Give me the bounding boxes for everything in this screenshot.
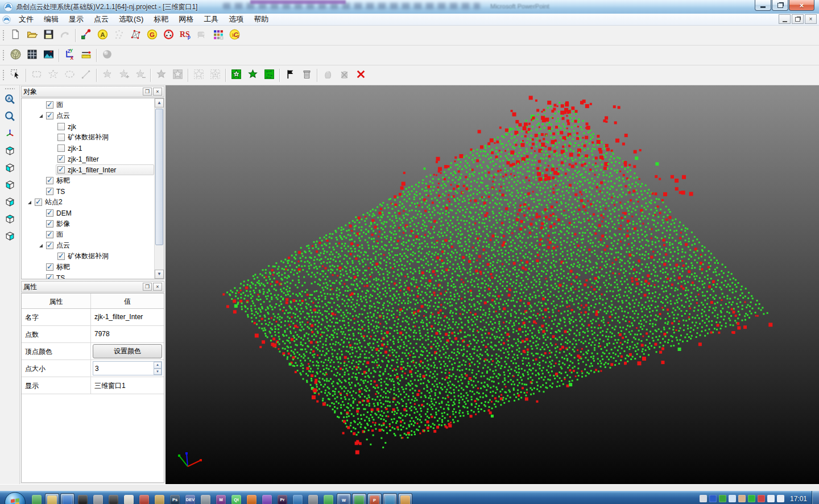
ime-help-icon[interactable]: [709, 495, 717, 502]
taskbar-window-blue-app-icon[interactable]: [291, 493, 305, 504]
visibility-checkbox[interactable]: [57, 134, 65, 141]
cube-back-button[interactable]: [2, 195, 18, 210]
start-button[interactable]: [5, 492, 26, 504]
network-icon[interactable]: [777, 495, 784, 502]
visibility-checkbox[interactable]: [46, 188, 53, 195]
taskbar-qt-icon[interactable]: Qt: [229, 493, 243, 504]
menu-item-9[interactable]: 选项: [224, 14, 249, 24]
trash-button[interactable]: [299, 68, 315, 83]
taskbar-compass-app-icon[interactable]: [152, 493, 167, 504]
tree-item-TS[interactable]: TS: [22, 186, 154, 197]
taskbar-green-sphere-app-icon[interactable]: [321, 493, 336, 504]
menu-item-4[interactable]: 点云: [89, 14, 114, 24]
taskbar-word-icon[interactable]: W: [337, 493, 351, 504]
tree-item-点云[interactable]: 点云: [22, 240, 154, 251]
visibility-checkbox[interactable]: [57, 253, 65, 260]
minimize-button[interactable]: [755, 0, 771, 11]
zoom-fit-button[interactable]: A: [2, 92, 18, 108]
tree-item-标靶[interactable]: 标靶: [22, 262, 154, 272]
scroll-down-icon[interactable]: ▼: [155, 270, 164, 279]
taskbar-dev-cpp-icon[interactable]: DEV: [183, 493, 197, 504]
taskbar-premiere-icon[interactable]: Pr: [275, 493, 289, 504]
tree-expand-icon[interactable]: [39, 114, 43, 118]
tree-item-zjk[interactable]: zjk: [22, 121, 154, 132]
taskbar-flame-app-icon[interactable]: [245, 493, 259, 504]
menu-item-5[interactable]: 选取(S): [114, 14, 148, 24]
toolbar-grip[interactable]: [5, 88, 15, 90]
flag-tray-icon[interactable]: [758, 495, 765, 502]
green-star-button[interactable]: [245, 68, 261, 83]
taskbar-diamond-app-icon[interactable]: [106, 493, 121, 504]
tree-item-zjk-1_filter[interactable]: zjk-1_filter: [22, 154, 154, 164]
tray-arrow-icon[interactable]: [729, 495, 736, 502]
target-g-button[interactable]: G: [144, 28, 160, 43]
antivirus-icon[interactable]: [748, 495, 755, 502]
visibility-checkbox[interactable]: [46, 209, 53, 217]
ball-button[interactable]: [99, 48, 115, 63]
visibility-checkbox[interactable]: [46, 274, 53, 279]
close-panel-icon[interactable]: ×: [153, 88, 162, 96]
tree-scrollbar[interactable]: ▲ ▼: [154, 98, 164, 279]
toolbar-grip[interactable]: [2, 29, 5, 42]
color-grid-button[interactable]: [210, 28, 226, 43]
menu-item-3[interactable]: 显示: [64, 14, 89, 24]
visibility-checkbox[interactable]: [57, 144, 65, 152]
sphere-mesh-button[interactable]: [7, 48, 24, 63]
c2-button[interactable]: 1C2: [226, 28, 243, 43]
mdi-restore-button[interactable]: [792, 14, 804, 24]
mdi-child-icon[interactable]: [2, 15, 11, 24]
visibility-checkbox[interactable]: [46, 101, 53, 109]
tree-expand-icon[interactable]: [39, 244, 43, 247]
taskbar-notepad-icon[interactable]: [122, 493, 136, 504]
tree-item-zjk-1[interactable]: zjk-1: [22, 143, 154, 154]
keyboard-icon[interactable]: [700, 495, 707, 502]
pick-button[interactable]: [7, 68, 24, 83]
taskbar-green-orb-app-icon[interactable]: [30, 493, 44, 504]
taskbar-red-app-icon[interactable]: [137, 493, 151, 504]
spin-down-icon[interactable]: ▼: [154, 369, 162, 375]
visibility-checkbox[interactable]: [57, 155, 65, 163]
register-button[interactable]: [78, 28, 94, 43]
mdi-close-button[interactable]: ×: [805, 14, 817, 24]
cube-bottom-button[interactable]: [2, 160, 18, 176]
visibility-checkbox[interactable]: [57, 166, 65, 173]
visibility-checkbox[interactable]: [46, 112, 53, 119]
axes-3d-button[interactable]: [2, 126, 18, 142]
tree-item-面[interactable]: 面: [22, 100, 154, 110]
mdi-minimize-button[interactable]: [779, 14, 791, 24]
circle-target-button[interactable]: [160, 28, 177, 43]
menu-item-2[interactable]: 编辑: [39, 14, 64, 24]
tree-item-矿体数据补洞[interactable]: 矿体数据补洞: [22, 132, 154, 143]
tree-expand-icon[interactable]: [28, 201, 31, 204]
taskbar-powerpoint-icon[interactable]: P: [367, 493, 382, 504]
target-a-button[interactable]: A: [94, 28, 111, 43]
taskbar-purple-app-icon[interactable]: [260, 493, 274, 504]
taskbar-orange-app-icon[interactable]: [398, 493, 412, 504]
visibility-checkbox[interactable]: [57, 123, 65, 130]
cube-right-button[interactable]: [2, 229, 18, 245]
zoom-button[interactable]: [2, 109, 18, 125]
mesh-prism-button[interactable]: [127, 28, 144, 43]
toolbar-grip[interactable]: [2, 69, 5, 81]
user-icon[interactable]: [738, 495, 746, 502]
taskbar-gray-sphere-app-icon[interactable]: [198, 493, 213, 504]
tree-item-站点2[interactable]: 站点2: [22, 197, 154, 208]
tree-item-DEM[interactable]: DEM: [22, 208, 154, 218]
cube-left-button[interactable]: [2, 212, 18, 228]
show-desktop-button[interactable]: [812, 491, 819, 504]
save-file-button[interactable]: [40, 28, 57, 43]
close-button[interactable]: ×: [789, 0, 814, 11]
set-color-button[interactable]: 设置颜色: [93, 344, 162, 358]
tree-item-标靶[interactable]: 标靶: [22, 175, 154, 186]
tree-item-TS[interactable]: TS: [22, 272, 154, 279]
scroll-thumb[interactable]: [155, 109, 163, 245]
axes-zyx-button[interactable]: ZYX: [61, 48, 78, 63]
close-panel-icon[interactable]: ×: [153, 283, 162, 291]
menu-item-6[interactable]: 标靶: [148, 14, 173, 24]
taskbar-green-app-icon[interactable]: [352, 493, 366, 504]
taskbar-media-app-icon[interactable]: [306, 493, 320, 504]
visibility-checkbox[interactable]: [35, 199, 42, 206]
visibility-checkbox[interactable]: [46, 263, 53, 271]
visibility-checkbox[interactable]: [46, 177, 53, 184]
taskbar-m-purple-app-icon[interactable]: M: [214, 493, 228, 504]
